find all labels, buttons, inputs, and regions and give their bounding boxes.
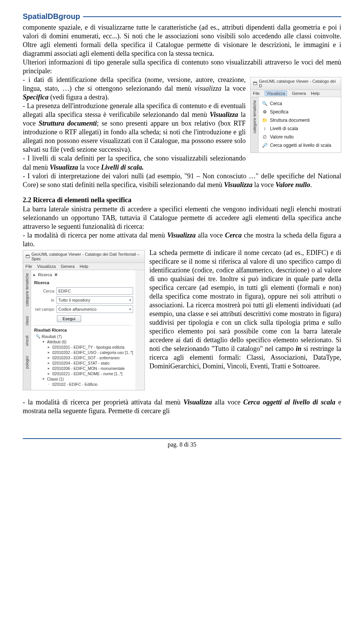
paragraph-lead: Ulteriori informazioni di tipo generale …: [23, 58, 341, 75]
search-level-icon: 🔎: [262, 142, 268, 148]
attr-icon: ▸: [46, 366, 51, 371]
attr-icon: ▸: [46, 361, 51, 365]
sidetab-categorie[interactable]: categorie tematiche: [25, 272, 29, 307]
emphasis-visualizza: Visualizza: [184, 398, 212, 406]
label-nel-campo: nel campo: [33, 307, 54, 311]
menu-visualizza[interactable]: Visualizza: [265, 91, 287, 96]
emphasis-visualizza: Visualizza: [167, 231, 196, 239]
search-section-title: Ricerca: [33, 279, 133, 286]
menu-item-label: Cerca oggetti al livello di scala: [270, 143, 331, 148]
folder-icon: 📁: [262, 117, 268, 123]
screenshot-ricerca-panel: 🗔 GeoUML catalogue Viewer - Catalogo dei…: [23, 250, 145, 390]
bullet-valore-nullo: - I valori di interpretazione dei valori…: [23, 172, 341, 189]
side-tabs: categorie tematiche classi vincoli polog…: [23, 270, 31, 390]
sidetab-classi[interactable]: classi: [25, 315, 29, 326]
tree-item[interactable]: ▸02010203 - EDIFC_SOT - sotterraneo: [36, 355, 133, 360]
menu-item-cerca-oggetti[interactable]: 🔎 Cerca oggetti al livello di scala: [260, 141, 339, 149]
sidetab-categorie[interactable]: categorie tematiche: [253, 99, 257, 134]
app-icon: 🗔: [25, 254, 30, 259]
collapse-icon: ▾: [41, 377, 46, 381]
emphasis-visualizza: Visualizza: [50, 164, 78, 171]
search-panel: ▸ Ricerca ✕ Ricerca Cerca EDIFC in Tutto…: [31, 270, 135, 390]
tree-risultati[interactable]: 🔍Risultati (7): [36, 334, 133, 339]
tree-classi[interactable]: ▾Classi (1): [36, 376, 133, 382]
chevron-down-icon: ▾: [129, 298, 131, 302]
sidetab-pologici[interactable]: pologici: [25, 355, 29, 370]
tree-attributi[interactable]: ▾Attributi (6): [36, 339, 133, 344]
emphasis-cerca-oggetti: Cerca oggetti al livello di scala: [243, 398, 336, 406]
menu-item-specifica[interactable]: ⚙ Specifica: [260, 108, 339, 116]
attr-icon: ▸: [46, 350, 51, 355]
window-titlebar: 🗔 GeoUML catalogue Viewer - Catalogo dei…: [251, 77, 341, 90]
search-result-icon: 🔍: [36, 334, 40, 339]
tab-ricerca-icon: ▸: [33, 272, 36, 277]
menu-item-label: Specifica: [270, 109, 289, 115]
window-titlebar: 🗔 GeoUML catalogue Viewer - Catalogo dei…: [23, 250, 144, 263]
menu-item-livelli[interactable]: ↕ Livelli di scala: [260, 124, 339, 133]
tree-item[interactable]: ▸02010201 - EDIFC_TY - tipologia edilizi…: [36, 344, 133, 350]
chevron-down-icon: ▾: [129, 307, 131, 311]
app-icon: 🗔: [253, 81, 257, 86]
window-title-text: GeoUML catalogue Viewer - Catalogo dei D: [259, 79, 339, 88]
emphasis-visualizza: Visualizza: [210, 111, 238, 118]
results-header: Risultati Ricerca: [33, 325, 133, 333]
menu-item-label: Livelli di scala: [270, 126, 298, 131]
collapse-icon: ▾: [41, 340, 46, 344]
tree-item[interactable]: ▸02010202 - EDIFC_USO - categoria uso [1…: [36, 350, 133, 355]
menu-item-label: Valore nullo: [270, 134, 293, 140]
menu-genera[interactable]: Genera: [61, 264, 75, 269]
page-number: pag. 8 di 35: [168, 441, 196, 448]
scale-icon: ↕: [262, 126, 268, 132]
paragraph-intro: componente spaziale, e di visualizzarne …: [23, 23, 341, 58]
emphasis-livelli: Livelli di scala.: [101, 164, 144, 171]
window-menubar: File Visualizza Genera Help: [23, 263, 144, 270]
select-nel-campo[interactable]: Codice alfanumerico▾: [56, 305, 133, 313]
section-2-2-intro: La barra laterale sinistra permette di a…: [23, 205, 341, 231]
visualizza-dropdown: 🔍 Cerca ⚙ Specifica 📁 Struttura document…: [259, 97, 341, 153]
header-rule: [83, 16, 341, 17]
menu-item-valore-nullo[interactable]: ∅ Valore nullo: [260, 133, 339, 141]
tree-item[interactable]: ▸02010204 - EDIFC_STAT - stato: [36, 360, 133, 366]
menu-help[interactable]: Help: [311, 91, 320, 96]
menu-help[interactable]: Help: [80, 264, 88, 269]
tab-ricerca-label[interactable]: Ricerca: [38, 272, 52, 277]
menu-item-label: Cerca: [270, 101, 282, 106]
input-cerca[interactable]: EDIFC: [56, 287, 133, 295]
footer-rule: [23, 438, 341, 439]
label-cerca: Cerca: [33, 289, 54, 293]
window-menubar: File Visualizza Genera Help: [251, 90, 341, 97]
tree-item[interactable]: ▸02010206 - EDIFC_MON - monumentale: [36, 366, 133, 371]
emphasis-specifica: Specifica: [23, 93, 49, 101]
attr-icon: ▸: [46, 371, 51, 376]
attr-icon: ▸: [46, 345, 51, 349]
emphasis-in: in: [296, 345, 301, 352]
class-icon: ▫: [46, 382, 51, 387]
search-icon: 🔍: [262, 101, 268, 107]
close-icon[interactable]: ✕: [54, 272, 58, 277]
null-icon: ∅: [262, 134, 268, 140]
window-title-text: GeoUML catalogue Viewer - Catalogo dei D…: [31, 252, 142, 261]
side-tabs: categorie tematiche: [251, 97, 259, 153]
sidetab-vincoli[interactable]: vincoli: [25, 335, 29, 347]
page-footer: pag. 8 di 35: [23, 438, 341, 448]
emphasis-visualizza: visualizza: [195, 85, 221, 92]
menu-item-label: Struttura documenti: [270, 118, 310, 123]
bullet-ricerca-proprieta: - la modalità di ricerca per proprietà a…: [23, 398, 341, 415]
emphasis-valore-nullo: Valore nullo: [275, 181, 310, 189]
bullet-ricerca-nome: - la modalità di ricerca per nome attiva…: [23, 231, 341, 249]
menu-genera[interactable]: Genera: [292, 91, 306, 96]
select-in[interactable]: Tutto il repository▾: [56, 296, 133, 304]
menu-item-struttura[interactable]: 📁 Struttura documenti: [260, 116, 339, 124]
tree-item[interactable]: ▫020102 - EDIFC - Edificio: [36, 382, 133, 387]
menu-file[interactable]: File: [253, 91, 260, 96]
attr-icon: ▸: [46, 355, 51, 360]
logo-text: SpatialDBgroup: [23, 12, 80, 21]
menu-item-cerca[interactable]: 🔍 Cerca: [260, 99, 339, 108]
tree-item[interactable]: ▸02010221 - EDIFC_NOME - nome [1..*]: [36, 371, 133, 376]
results-tree: 🔍Risultati (7) ▾Attributi (6) ▸02010201 …: [33, 333, 133, 388]
emphasis-cerca: Cerca: [225, 231, 242, 239]
bullet-livelli: - I livelli di scala definiti per la spe…: [23, 154, 341, 171]
esegui-button[interactable]: Esegui: [57, 315, 81, 322]
menu-visualizza[interactable]: Visualizza: [37, 264, 56, 269]
menu-file[interactable]: File: [25, 264, 32, 269]
